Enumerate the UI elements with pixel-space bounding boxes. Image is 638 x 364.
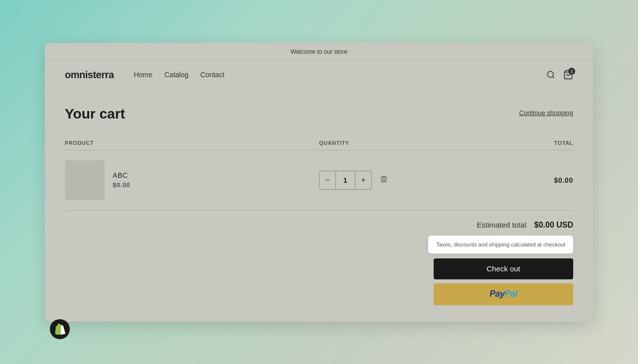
col-product-label: PRODUCT — [65, 140, 319, 146]
product-info: abc $0.00 — [65, 160, 319, 200]
product-unit-price: $0.00 — [113, 181, 130, 189]
col-quantity-label: QUANTITY — [319, 140, 488, 146]
logo[interactable]: omnisterra — [65, 69, 114, 81]
nav-catalog[interactable]: Catalog — [164, 71, 188, 79]
nav: Home Catalog Contact — [134, 71, 546, 79]
col-total-label: TOTAL — [488, 140, 573, 146]
announcement-bar: Welcome to our store — [45, 43, 593, 60]
quantity-section: − 1 + — [319, 171, 488, 190]
cart-footer: Estimated total $0.00 USD Taxes, discoun… — [65, 221, 573, 305]
quantity-increase-button[interactable]: + — [355, 171, 371, 189]
shopify-icon — [54, 324, 65, 335]
header-icons: 1 — [546, 70, 573, 80]
quantity-value: 1 — [335, 171, 355, 189]
quantity-decrease-button[interactable]: − — [319, 171, 335, 189]
product-image — [65, 160, 105, 200]
continue-shopping-link[interactable]: Continue shopping — [519, 109, 573, 117]
estimated-total-row: Estimated total $0.00 USD — [477, 221, 573, 230]
cart-table-header: PRODUCT QUANTITY TOTAL — [65, 136, 573, 150]
cart-count: 1 — [568, 68, 575, 75]
svg-line-1 — [552, 76, 554, 78]
cart-table: PRODUCT QUANTITY TOTAL abc $0.00 − 1 — [65, 136, 573, 211]
taxes-note: Taxes, discounts and shipping calculated… — [428, 236, 573, 253]
estimated-total-label: Estimated total — [477, 221, 526, 229]
product-details: abc $0.00 — [113, 171, 130, 189]
trash-icon — [380, 175, 388, 183]
announcement-text: Welcome to our store — [291, 48, 347, 55]
cart-button[interactable]: 1 — [563, 70, 573, 80]
table-row: abc $0.00 − 1 + $0. — [65, 150, 573, 211]
paypal-button[interactable]: PayPal — [434, 283, 573, 305]
header: omnisterra Home Catalog Contact 1 — [45, 60, 593, 90]
cart-header: Your cart Continue shopping — [65, 106, 573, 122]
estimated-total-value: $0.00 USD — [534, 221, 573, 230]
product-name: abc — [113, 171, 130, 179]
nav-home[interactable]: Home — [134, 71, 152, 79]
main-content: Your cart Continue shopping PRODUCT QUAN… — [45, 90, 593, 322]
remove-item-button[interactable] — [378, 173, 390, 187]
search-icon — [546, 70, 555, 79]
shopify-badge[interactable] — [50, 319, 70, 339]
paypal-logo: PayPal — [489, 289, 517, 299]
cart-title: Your cart — [65, 106, 125, 122]
store-window: Welcome to our store omnisterra Home Cat… — [45, 43, 593, 322]
search-button[interactable] — [546, 70, 555, 79]
quantity-control: − 1 + — [319, 171, 372, 190]
checkout-button[interactable]: Check out — [434, 258, 573, 279]
svg-point-0 — [547, 71, 553, 77]
line-total: $0.00 — [488, 176, 573, 184]
nav-contact[interactable]: Contact — [200, 71, 224, 79]
